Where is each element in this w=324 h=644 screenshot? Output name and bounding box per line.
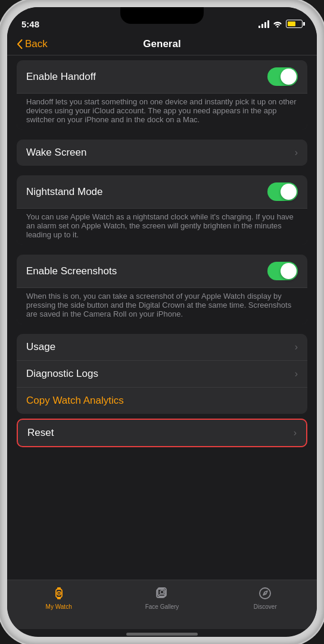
tab-bar: My Watch Face Gallery (7, 580, 317, 629)
battery-icon (286, 20, 303, 28)
back-chevron-icon (17, 39, 23, 49)
screenshots-row[interactable]: Enable Screenshots (17, 255, 307, 288)
handoff-section: Enable Handoff Handoff lets you start so… (17, 60, 307, 130)
tab-discover[interactable]: Discover (241, 585, 289, 610)
battery-fill (288, 21, 295, 26)
screenshots-toggle-thumb (281, 263, 297, 279)
nightstand-section: Nightstand Mode You can use Apple Watch … (17, 175, 307, 245)
notch (120, 7, 204, 24)
diagnostic-logs-label: Diagnostic Logs (26, 368, 98, 380)
tab-my-watch[interactable]: My Watch (35, 585, 83, 610)
wifi-icon (273, 20, 282, 27)
status-time: 5:48 (21, 19, 39, 29)
nav-bar: Back General (7, 33, 317, 55)
reset-section: Reset › (17, 419, 307, 447)
my-watch-icon (51, 585, 67, 602)
svg-point-9 (264, 593, 266, 594)
screenshots-description: When this is on, you can take a screensh… (26, 292, 298, 318)
diagnostic-logs-chevron-icon: › (295, 369, 298, 379)
diagnostics-section: Usage › Diagnostic Logs › Copy Watch Ana… (17, 334, 307, 414)
phone-frame: 5:48 (0, 0, 324, 644)
nightstand-toggle-thumb (281, 184, 297, 200)
nightstand-label: Nightstand Mode (26, 186, 103, 198)
phone-inner: 5:48 (7, 7, 317, 637)
tab-face-gallery[interactable]: Face Gallery (138, 585, 186, 610)
nightstand-description-block: You can use Apple Watch as a nightstand … (17, 209, 307, 245)
usage-row[interactable]: Usage › (17, 334, 307, 361)
wake-screen-row[interactable]: Wake Screen › (17, 140, 307, 166)
nightstand-row[interactable]: Nightstand Mode (17, 175, 307, 209)
signal-icon (258, 20, 269, 28)
discover-icon (257, 585, 273, 602)
status-bar: 5:48 (7, 7, 317, 33)
scroll-content: Enable Handoff Handoff lets you start so… (7, 55, 317, 580)
svg-rect-2 (57, 597, 61, 599)
back-button[interactable]: Back (17, 38, 48, 50)
usage-chevron-icon: › (295, 342, 298, 352)
face-gallery-icon (154, 585, 170, 602)
screenshots-description-block: When this is on, you can take a screensh… (17, 288, 307, 324)
handoff-description-block: Handoff lets you start something on one … (17, 94, 307, 130)
my-watch-tab-label: My Watch (46, 603, 72, 610)
nightstand-toggle[interactable] (267, 182, 298, 201)
reset-label: Reset (27, 427, 54, 439)
handoff-description: Handoff lets you start something on one … (26, 97, 298, 124)
status-icons (258, 20, 303, 28)
handoff-toggle[interactable] (267, 67, 298, 86)
handoff-row[interactable]: Enable Handoff (17, 60, 307, 94)
home-indicator (126, 633, 198, 636)
svg-rect-1 (57, 587, 61, 589)
diagnostic-logs-row[interactable]: Diagnostic Logs › (17, 361, 307, 388)
screenshots-label: Enable Screenshots (26, 265, 117, 277)
wake-screen-label: Wake Screen (26, 147, 86, 159)
handoff-toggle-thumb (281, 69, 297, 85)
face-gallery-tab-label: Face Gallery (145, 603, 179, 610)
copy-watch-analytics-label: Copy Watch Analytics (26, 395, 124, 407)
screenshots-section: Enable Screenshots When this is on, you … (17, 255, 307, 324)
handoff-label: Enable Handoff (26, 71, 96, 83)
wake-screen-chevron-icon: › (295, 147, 298, 158)
wake-screen-section: Wake Screen › (17, 140, 307, 166)
nav-title: General (143, 38, 180, 50)
copy-watch-analytics-row[interactable]: Copy Watch Analytics (17, 388, 307, 414)
back-label: Back (25, 38, 48, 50)
usage-label: Usage (26, 341, 55, 353)
reset-row[interactable]: Reset › (18, 420, 306, 446)
nightstand-description: You can use Apple Watch as a nightstand … (26, 212, 298, 239)
screenshots-toggle[interactable] (267, 262, 298, 280)
svg-point-4 (58, 593, 60, 594)
reset-chevron-icon: › (294, 428, 297, 438)
svg-point-7 (160, 590, 164, 594)
discover-tab-label: Discover (254, 603, 277, 610)
